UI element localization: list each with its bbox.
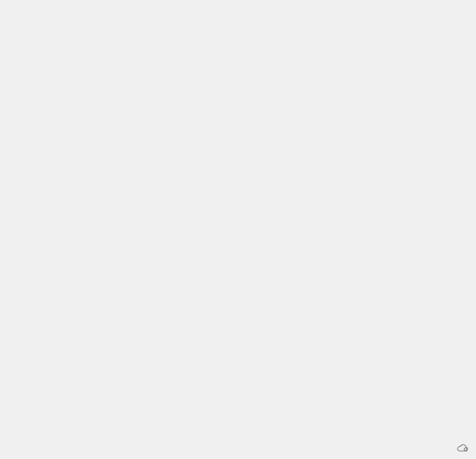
brand-watermark xyxy=(456,443,472,455)
svg-point-0 xyxy=(464,448,467,451)
equality-matrix xyxy=(0,0,476,55)
cloud-icon xyxy=(456,443,470,455)
column-headers xyxy=(67,1,471,50)
